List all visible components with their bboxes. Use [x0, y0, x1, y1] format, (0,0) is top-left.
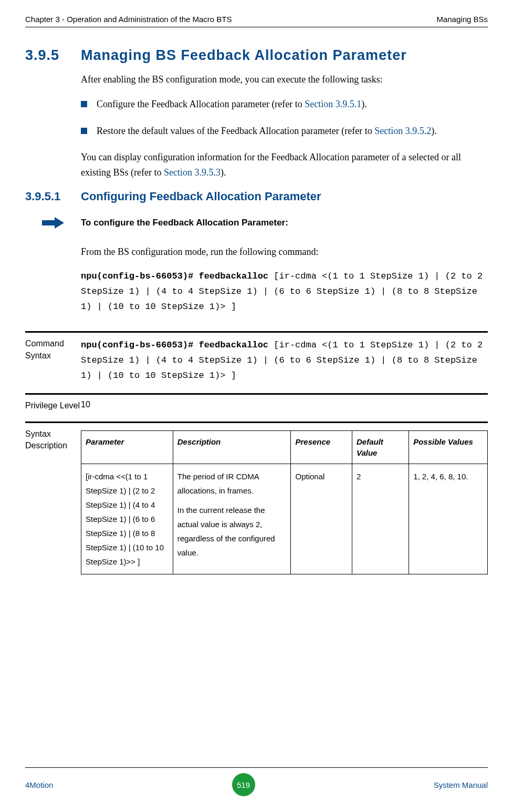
bullet-text: Restore the default values of the Feedba… [97, 126, 374, 136]
col-default: Default Value [352, 430, 409, 464]
footer-left: 4Motion [25, 780, 53, 789]
syntax-table: Parameter Description Presence Default V… [81, 430, 488, 574]
col-description: Description [173, 430, 291, 464]
from-text: From the BS configuration mode, run the … [81, 244, 488, 260]
col-possible: Possible Values [409, 430, 488, 464]
command-bold: npu(config-bs-66053)# feedbackalloc [81, 271, 274, 281]
table-row: [ir-cdma <<(1 to 1 StepSize 1) | (2 to 2… [81, 464, 488, 574]
page-number: 519 [237, 780, 250, 789]
procedure-heading: To configure the Feedback Allocation Par… [25, 217, 488, 229]
tail-post: ). [221, 167, 226, 178]
arrow-icon [25, 217, 81, 229]
page-footer: 4Motion 519 System Manual [25, 767, 488, 796]
section-link[interactable]: Section 3.9.5.3 [164, 167, 221, 178]
command-syntax-value: npu(config-bs-66053)# feedbackalloc [ir-… [81, 338, 488, 384]
cell-desc-p1: The period of IR CDMA allocations, in fr… [177, 469, 287, 498]
command-syntax-bold: npu(config-bs-66053)# feedbackalloc [81, 340, 274, 350]
cell-parameter: [ir-cdma <<(1 to 1 StepSize 1) | (2 to 2… [81, 464, 173, 574]
command-syntax-label: Command Syntax [25, 338, 81, 384]
subsection-number: 3.9.5.1 [25, 190, 81, 203]
privilege-level-label: Privilege Level [25, 400, 81, 412]
page-header: Chapter 3 - Operation and Administration… [25, 15, 488, 27]
col-presence: Presence [291, 430, 352, 464]
privilege-level-row: Privilege Level 10 [25, 393, 488, 412]
section-link[interactable]: Section 3.9.5.2 [374, 126, 431, 136]
table-header-row: Parameter Description Presence Default V… [81, 430, 488, 464]
section-intro: After enabling the BS configuration mode… [81, 72, 488, 87]
bullet-text-post: ). [361, 99, 367, 109]
syntax-description-label: Syntax Description [25, 428, 81, 574]
square-bullet-icon [81, 128, 87, 134]
bullet-item: Restore the default values of the Feedba… [81, 124, 488, 139]
cell-presence: Optional [291, 464, 352, 574]
bullet-item: Configure the Feedback Allocation parame… [81, 97, 488, 112]
col-parameter: Parameter [81, 430, 173, 464]
section-link[interactable]: Section 3.9.5.1 [305, 99, 361, 109]
section-number: 3.9.5 [25, 47, 81, 64]
procedure-title: To configure the Feedback Allocation Par… [81, 218, 288, 228]
cell-possible: 1, 2, 4, 6, 8, 10. [409, 464, 488, 574]
subsection-title: Configuring Feedback Allocation Paramete… [81, 190, 321, 203]
privilege-level-value: 10 [81, 400, 488, 412]
syntax-description-row: Syntax Description Parameter Description… [25, 422, 488, 574]
section-heading: 3.9.5 Managing BS Feedback Allocation Pa… [25, 47, 488, 64]
bullet-list: Configure the Feedback Allocation parame… [81, 97, 488, 139]
section-title: Managing BS Feedback Allocation Paramete… [81, 47, 407, 64]
cell-default: 2 [352, 464, 409, 574]
tail-pre: You can display configuration informatio… [81, 152, 461, 178]
command-block: npu(config-bs-66053)# feedbackalloc [ir-… [81, 269, 488, 315]
square-bullet-icon [81, 101, 87, 107]
cell-desc-p2: In the current release the actual value … [177, 503, 287, 560]
bullet-text: Configure the Feedback Allocation parame… [97, 99, 305, 109]
footer-right: System Manual [434, 780, 488, 789]
bullet-text-post: ). [431, 126, 437, 136]
section-tail: You can display configuration informatio… [81, 150, 488, 180]
svg-marker-0 [42, 217, 64, 229]
cell-description: The period of IR CDMA allocations, in fr… [173, 464, 291, 574]
header-left: Chapter 3 - Operation and Administration… [25, 15, 232, 24]
page-number-badge: 519 [232, 773, 255, 796]
header-right: Managing BSs [436, 15, 488, 24]
subsection-heading: 3.9.5.1 Configuring Feedback Allocation … [25, 190, 488, 203]
command-syntax-row: Command Syntax npu(config-bs-66053)# fee… [25, 331, 488, 384]
